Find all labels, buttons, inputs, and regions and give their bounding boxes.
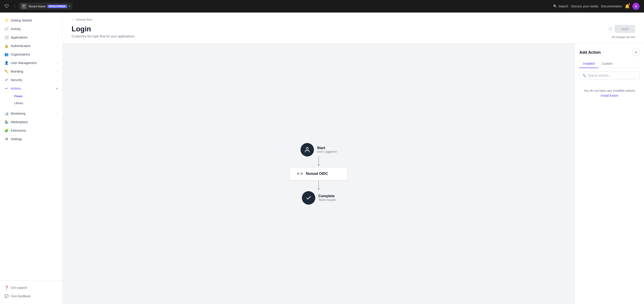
back-button[interactable]: ← Choose flow [72, 18, 635, 21]
sidebar-item-monitoring[interactable]: 📊 Monitoring › [0, 109, 62, 118]
code-icon: < > [297, 171, 303, 176]
sidebar-label: Marketplace [11, 120, 58, 124]
notifications-bell[interactable]: 🔔 [625, 4, 630, 9]
activity-icon: 📈 [4, 27, 8, 31]
sidebar-item-settings[interactable]: ⚙ Settings [0, 135, 62, 143]
page-actions: ⓘ Apply All changes are live [608, 25, 635, 39]
sidebar-label: Activity [11, 27, 58, 31]
sidebar-label: Settings [11, 137, 58, 141]
flow-area: Start User Logged In ▼ < > Nomad OIDC [62, 44, 644, 304]
flow-canvas[interactable]: Start User Logged In ▼ < > Nomad OIDC [62, 44, 575, 304]
sidebar-label: Get support [11, 286, 58, 289]
add-action-button[interactable]: + [632, 49, 640, 56]
start-node-subtitle: User Logged In [317, 150, 337, 153]
chevron-right-icon: › [57, 61, 58, 65]
tab-custom[interactable]: Custom [598, 60, 616, 68]
action-search-input[interactable] [588, 74, 636, 77]
tenant-icon: T [21, 4, 26, 9]
sidebar-item-give-feedback[interactable]: 💬 Give feedback [0, 292, 62, 300]
search-button[interactable]: 🔍 Search [553, 5, 568, 8]
page-header: ← Choose flow Login Customize the login … [62, 13, 644, 44]
authentication-icon: 🔒 [4, 44, 8, 48]
sidebar-label: Give feedback [11, 294, 58, 298]
sidebar-subitem-flows[interactable]: Flows [11, 93, 62, 100]
sidebar-item-activity[interactable]: 📈 Activity [0, 25, 62, 33]
sidebar-label: Organizations [11, 53, 58, 56]
page-actions-row: ⓘ Apply [608, 25, 635, 33]
sidebar-item-actions[interactable]: ↩ Actions ∨ [0, 84, 62, 93]
check-icon [306, 195, 312, 201]
sidebar-item-user-management[interactable]: 👤 User Management › [0, 59, 62, 67]
sidebar-item-getting-started[interactable]: ⚡ Getting Started [0, 16, 62, 25]
page-title-block: Login Customize the login flow for your … [72, 25, 135, 38]
sidebar-label: Monitoring [11, 112, 55, 115]
tenant-chevron-icon: ▾ [69, 5, 70, 8]
feedback-icon: 💬 [4, 294, 8, 298]
logo-icon: 🛡 [4, 4, 9, 9]
sidebar-subitem-library[interactable]: Library [11, 100, 62, 107]
settings-icon: ⚙ [4, 137, 8, 141]
start-node-circle [300, 143, 314, 156]
app-layout: ⚡ Getting Started 📈 Activity ⬜ Applicati… [0, 13, 644, 304]
panel-tabs: Installed Custom [580, 60, 640, 68]
sidebar-item-extensions[interactable]: 🧩 Extensions [0, 126, 62, 135]
end-node-circle [302, 191, 315, 205]
install-action-link[interactable]: Install Action [600, 94, 618, 97]
sidebar-label: Branding [11, 70, 55, 73]
start-node-info: Start User Logged In [317, 146, 337, 153]
search-icon: 🔍 [582, 74, 586, 77]
arrow-left-icon: ← [72, 18, 74, 21]
arrow-line [318, 180, 319, 188]
arrow-line [318, 156, 319, 164]
sidebar-label: Getting Started [11, 19, 58, 22]
arrow-down-icon: ▼ [317, 163, 320, 167]
chevron-right-icon: › [57, 36, 58, 39]
branding-icon: ✏️ [4, 69, 8, 73]
sidebar-label: Authentication [11, 44, 55, 48]
sidebar-label: User Management [11, 61, 55, 65]
sidebar-item-marketplace[interactable]: 🏪 Marketplace [0, 118, 62, 126]
page-header-row: Login Customize the login flow for your … [72, 25, 635, 39]
docs-link[interactable]: Documentation [601, 5, 622, 8]
sidebar-item-authentication[interactable]: 🔒 Authentication › [0, 42, 62, 50]
getting-started-icon: ⚡ [4, 18, 8, 22]
sidebar-bottom-section: 📊 Monitoring › 🏪 Marketplace 🧩 Extension… [0, 109, 62, 143]
sidebar-label: Actions [11, 87, 54, 90]
flow-arrow-1: ▼ [317, 156, 320, 167]
end-node-title: Complete [318, 194, 336, 198]
sidebar-item-organizations[interactable]: 👥 Organizations [0, 50, 62, 59]
sidebar-item-security[interactable]: ✔ Security › [0, 76, 62, 84]
chevron-right-icon: › [57, 70, 58, 73]
sidebar-item-get-support[interactable]: ❓ Get support [0, 283, 62, 292]
empty-text: You do not have any installed actions [580, 88, 640, 93]
sidebar-label: Extensions [11, 129, 58, 132]
organizations-icon: 👥 [4, 52, 8, 56]
chevron-right-icon: › [57, 44, 58, 48]
flow-action-node[interactable]: < > Nomad OIDC [290, 167, 348, 180]
main-content: ← Choose flow Login Customize the login … [62, 13, 644, 304]
user-avatar[interactable]: A [632, 3, 640, 10]
chevron-right-icon: › [57, 78, 58, 82]
tenant-selector[interactable]: T Tenant Name DEVELOPMENT ▾ [19, 3, 72, 10]
env-badge: DEVELOPMENT [48, 5, 67, 8]
extensions-icon: 🧩 [4, 129, 8, 133]
flow-start-node[interactable]: Start User Logged In [300, 143, 337, 156]
search-label: Search [558, 5, 568, 8]
svg-point-0 [306, 147, 308, 149]
sidebar-item-applications[interactable]: ⬜ Applications › [0, 33, 62, 42]
help-icon[interactable]: ⓘ [608, 26, 612, 32]
tab-installed[interactable]: Installed [580, 60, 598, 68]
actions-subitems: Flows Library [0, 93, 62, 107]
flow-end-node[interactable]: Complete Token Issued [302, 191, 336, 205]
applications-icon: ⬜ [4, 35, 8, 39]
sidebar-support-section: ❓ Get support 💬 Give feedback [0, 280, 62, 300]
end-node-subtitle: Token Issued [318, 198, 336, 201]
discuss-link[interactable]: Discuss your needs [571, 5, 598, 8]
nav-divider: | [14, 4, 16, 9]
user-management-icon: 👤 [4, 61, 8, 65]
apply-button[interactable]: Apply [615, 25, 635, 33]
back-label: Choose flow [76, 18, 92, 21]
monitoring-icon: 📊 [4, 112, 8, 116]
sidebar-item-branding[interactable]: ✏️ Branding › [0, 67, 62, 76]
panel-header: Add Action + [580, 49, 640, 56]
